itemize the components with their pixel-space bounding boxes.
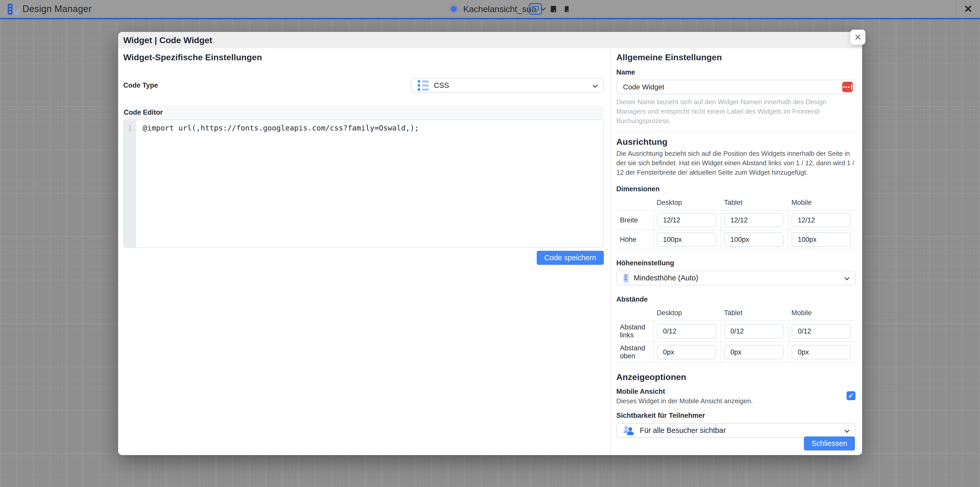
visibility-label: Sichtbarkeit für Teilnehmer (616, 412, 856, 420)
general-settings-panel: Allgemeine Einstellungen Name Dieser Nam… (611, 48, 862, 455)
spacing-label: Abstände (616, 295, 856, 303)
topbar-accent-line (0, 18, 980, 19)
visibility-value: Für alle Besucher sichtbar (640, 426, 726, 435)
table-row: Abstand oben (616, 342, 856, 362)
close-manager-button[interactable]: ✕ (956, 0, 980, 18)
name-label: Name (616, 69, 856, 77)
close-icon: ✕ (964, 3, 973, 15)
people-icon (624, 426, 635, 436)
section-divider (616, 131, 856, 132)
code-editor-label: Code Editor (123, 105, 604, 120)
dimensions-table: Desktop Tablet Mobile Breite Höhe (616, 199, 856, 249)
phone-preview-button[interactable] (565, 6, 569, 12)
close-modal-button[interactable]: Schliessen (804, 436, 855, 450)
ruler-icon (624, 273, 628, 283)
left-panel-heading: Widget-Spezifische Einstellungen (123, 52, 604, 62)
save-code-button[interactable]: Code speichern (537, 251, 604, 265)
abstand-links-mobile-input[interactable] (792, 324, 851, 339)
row-label-abstand-oben: Abstand oben (616, 342, 654, 362)
widget-settings-modal: Widget | Code Widget ✕ Widget-Spezifisch… (118, 32, 862, 455)
breite-desktop-input[interactable] (657, 213, 716, 227)
code-type-label: Code Type (123, 81, 158, 89)
widget-name-input[interactable] (616, 80, 856, 94)
code-editor-section: Code Editor 1 @import url(,https://fonts… (123, 105, 604, 248)
view-selector-label: Kachelansicht_sub (463, 4, 536, 14)
chevron-down-icon (845, 428, 850, 433)
abstand-links-desktop-input[interactable] (657, 324, 716, 339)
abstand-links-tablet-input[interactable] (724, 324, 783, 339)
mobile-view-checkbox[interactable]: ✓ (846, 391, 856, 400)
close-icon: ✕ (854, 32, 862, 42)
row-label-abstand-links: Abstand links (616, 321, 654, 342)
column-header-tablet: Tablet (721, 199, 788, 211)
app-title: Design Manager (22, 0, 92, 18)
dimensions-label: Dimensionen (616, 185, 856, 193)
name-hint: Dieser Name bezieht sich auf den Widget-… (616, 97, 856, 126)
device-preview-switcher (529, 0, 569, 18)
hoehe-tablet-input[interactable] (724, 232, 783, 247)
list-icon (418, 80, 429, 91)
password-manager-icon[interactable] (842, 82, 853, 92)
column-header-desktop: Desktop (654, 199, 721, 211)
line-number: 1 (128, 124, 132, 132)
height-setting-label: Höheneinstellung (616, 259, 856, 267)
visibility-dropdown[interactable]: Für alle Besucher sichtbar (616, 423, 856, 438)
modal-title: Widget | Code Widget (123, 35, 212, 45)
display-options-heading: Anzeigeoptionen (616, 372, 856, 382)
table-row: Abstand links (616, 321, 856, 342)
column-header-mobile: Mobile (788, 309, 856, 321)
mobile-view-hint: Dieses Widget in der Mobile Ansicht anze… (616, 397, 846, 405)
abstand-oben-desktop-input[interactable] (657, 345, 716, 359)
right-panel-heading: Allgemeine Einstellungen (616, 52, 856, 62)
code-editor[interactable]: 1 @import url(,https://fonts.googleapis.… (123, 120, 604, 248)
modal-close-button[interactable]: ✕ (850, 30, 865, 45)
row-label-hoehe: Höhe (616, 230, 654, 249)
abstand-oben-tablet-input[interactable] (724, 345, 783, 359)
chevron-down-icon (845, 275, 850, 280)
column-header-desktop: Desktop (654, 309, 721, 321)
height-setting-value: Mindesthöhe (Auto) (634, 274, 698, 282)
row-label-breite: Breite (616, 211, 654, 230)
widget-specific-panel: Widget-Spezifische Einstellungen Code Ty… (118, 48, 611, 455)
code-type-value: CSS (434, 81, 449, 89)
code-editor-content[interactable]: @import url(,https://fonts.googleapis.co… (136, 120, 603, 247)
height-setting-dropdown[interactable]: Mindesthöhe (Auto) (616, 271, 856, 285)
alignment-description: Die Ausrichtung bezieht sich auf die Pos… (616, 149, 856, 177)
code-type-dropdown[interactable]: CSS (410, 78, 604, 93)
alignment-heading: Ausrichtung (616, 137, 856, 147)
breite-mobile-input[interactable] (792, 213, 851, 227)
desktop-preview-button[interactable] (529, 3, 542, 15)
hoehe-desktop-input[interactable] (657, 232, 716, 247)
spacing-table: Desktop Tablet Mobile Abstand links Abst… (616, 309, 856, 363)
column-header-mobile: Mobile (788, 199, 856, 211)
column-header-tablet: Tablet (721, 309, 788, 321)
hoehe-mobile-input[interactable] (792, 232, 851, 247)
tablet-preview-button[interactable] (551, 6, 556, 12)
breite-tablet-input[interactable] (724, 213, 783, 227)
mobile-view-label: Mobile Ansicht (616, 388, 846, 396)
table-row: Breite (616, 211, 856, 230)
chevron-down-icon (593, 83, 598, 88)
status-dot-icon (451, 6, 457, 12)
editor-gutter: 1 (124, 120, 136, 247)
topbar: Design Manager Kachelansicht_sub ✕ (0, 0, 980, 18)
table-row: Höhe (616, 230, 856, 249)
abstand-oben-mobile-input[interactable] (792, 345, 851, 359)
check-icon: ✓ (848, 392, 854, 400)
monitor-icon (532, 6, 539, 12)
app-logo-icon (8, 3, 19, 15)
modal-header: Widget | Code Widget (118, 32, 862, 48)
